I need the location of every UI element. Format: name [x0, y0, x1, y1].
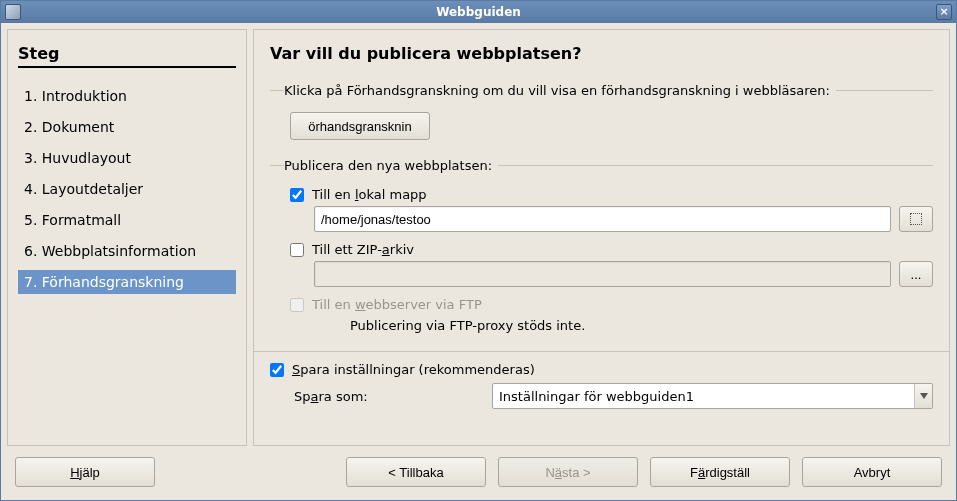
zip-archive-input	[314, 261, 891, 287]
publish-group: Publicera den nya webbplatsen: Till en l…	[270, 158, 933, 345]
page-heading: Var vill du publicera webbplatsen?	[270, 44, 933, 63]
ftp-checkbox	[290, 298, 304, 312]
browse-local-button[interactable]	[899, 206, 933, 232]
help-button[interactable]: Hjälp	[15, 457, 155, 487]
titlebar: Webbguiden ×	[1, 1, 956, 23]
browse-zip-button[interactable]: ...	[899, 261, 933, 287]
back-button[interactable]: < Tillbaka	[346, 457, 486, 487]
preview-button[interactable]: örhandsgransknin	[290, 112, 430, 140]
save-as-label: Spara som:	[294, 389, 484, 404]
zip-archive-checkbox[interactable]	[290, 243, 304, 257]
window-title: Webbguiden	[436, 5, 521, 19]
ftp-message: Publicering via FTP-proxy stöds inte.	[350, 318, 585, 333]
step-3[interactable]: 3. Huvudlayout	[18, 146, 236, 170]
chevron-down-icon	[914, 384, 932, 408]
finish-button[interactable]: Färdigställ	[650, 457, 790, 487]
step-2[interactable]: 2. Dokument	[18, 115, 236, 139]
publish-legend: Publicera den nya webbplatsen:	[284, 158, 498, 173]
next-button: Nästa >	[498, 457, 638, 487]
save-settings-checkbox[interactable]	[270, 363, 284, 377]
browse-icon	[910, 213, 922, 225]
close-icon[interactable]: ×	[936, 4, 952, 20]
step-5[interactable]: 5. Formatmall	[18, 208, 236, 232]
cancel-button[interactable]: Avbryt	[802, 457, 942, 487]
app-icon	[5, 4, 21, 20]
local-folder-label: Till en lokal mapp	[312, 187, 427, 202]
save-as-selected: Inställningar för webbguiden1	[499, 389, 914, 404]
preview-group: Klicka på Förhandsgranskning om du vill …	[270, 83, 933, 152]
step-7[interactable]: 7. Förhandsgranskning	[18, 270, 236, 294]
steps-list: 1. Introduktion 2. Dokument 3. Huvudlayo…	[18, 84, 236, 294]
local-folder-input[interactable]	[314, 206, 891, 232]
separator	[254, 351, 949, 352]
step-6[interactable]: 6. Webbplatsinformation	[18, 239, 236, 263]
footer: Hjälp < Tillbaka Nästa > Färdigställ Avb…	[1, 452, 956, 500]
sidebar: Steg 1. Introduktion 2. Dokument 3. Huvu…	[7, 29, 247, 446]
save-settings-label: Spara inställningar (rekommenderas)	[292, 362, 535, 377]
main-panel: Var vill du publicera webbplatsen? Klick…	[253, 29, 950, 446]
local-folder-checkbox[interactable]	[290, 188, 304, 202]
step-1[interactable]: 1. Introduktion	[18, 84, 236, 108]
step-4[interactable]: 4. Layoutdetaljer	[18, 177, 236, 201]
save-as-dropdown[interactable]: Inställningar för webbguiden1	[492, 383, 933, 409]
zip-archive-label: Till ett ZIP-arkiv	[312, 242, 414, 257]
preview-legend: Klicka på Förhandsgranskning om du vill …	[284, 83, 836, 98]
ftp-label: Till en webbserver via FTP	[312, 297, 482, 312]
steps-heading: Steg	[18, 44, 236, 68]
